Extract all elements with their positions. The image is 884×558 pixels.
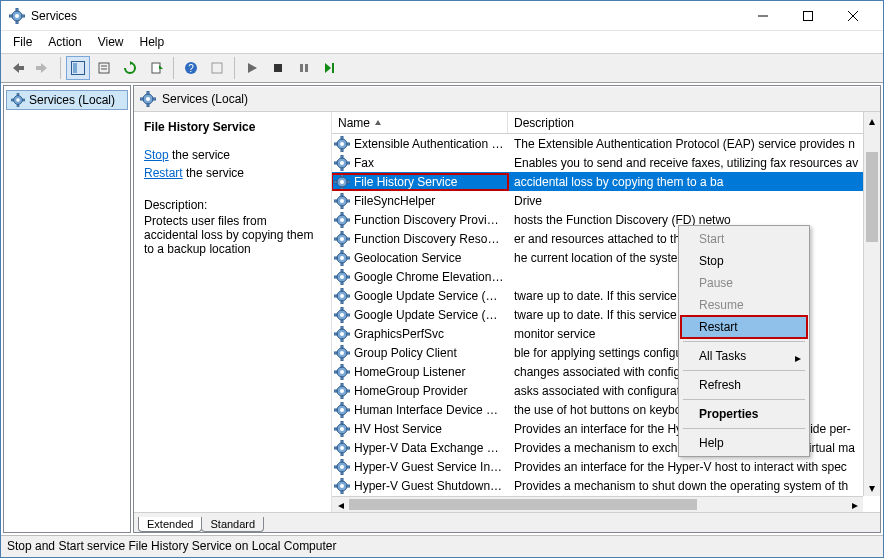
gear-icon bbox=[334, 383, 350, 399]
ctx-resume: Resume bbox=[681, 294, 807, 316]
right-pane-header: Services (Local) bbox=[134, 86, 880, 112]
minimize-button[interactable] bbox=[740, 2, 785, 30]
svg-rect-13 bbox=[73, 63, 77, 73]
gear-icon bbox=[334, 212, 350, 228]
context-menu: Start Stop Pause Resume Restart All Task… bbox=[678, 225, 810, 457]
svg-marker-10 bbox=[13, 63, 24, 73]
pause-button[interactable] bbox=[292, 56, 316, 80]
col-header-description[interactable]: Description bbox=[508, 112, 880, 133]
restart-service-link[interactable]: Restart bbox=[144, 166, 183, 180]
col-header-name[interactable]: Name bbox=[332, 112, 508, 133]
close-button[interactable] bbox=[830, 2, 875, 30]
selected-service-title: File History Service bbox=[144, 120, 321, 134]
service-row[interactable]: File History Serviceaccidental loss by c… bbox=[332, 172, 880, 191]
service-name-cell: Geolocation Service bbox=[332, 250, 508, 266]
service-name-cell: FileSyncHelper bbox=[332, 193, 508, 209]
service-name: Group Policy Client bbox=[354, 346, 508, 360]
ctx-stop[interactable]: Stop bbox=[681, 250, 807, 272]
gear-icon bbox=[334, 345, 350, 361]
service-row[interactable]: Hyper-V Guest Shutdown S…Provides a mech… bbox=[332, 476, 880, 495]
service-row[interactable]: Hyper-V Guest Service Inter…Provides an … bbox=[332, 457, 880, 476]
service-name: Function Discovery Resou… bbox=[354, 232, 508, 246]
ctx-pause: Pause bbox=[681, 272, 807, 294]
back-button[interactable] bbox=[5, 56, 29, 80]
gear-icon bbox=[334, 364, 350, 380]
tab-standard[interactable]: Standard bbox=[201, 517, 264, 532]
tree-root-services-local[interactable]: Services (Local) bbox=[6, 90, 128, 110]
tab-extended[interactable]: Extended bbox=[138, 517, 202, 532]
services-icon bbox=[140, 91, 156, 107]
service-description: Enables you to send and receive faxes, u… bbox=[508, 156, 880, 170]
gear-icon bbox=[334, 459, 350, 475]
service-name-cell: Function Discovery Provid… bbox=[332, 212, 508, 228]
properties-button[interactable] bbox=[92, 56, 116, 80]
scroll-left-icon[interactable]: ◂ bbox=[332, 497, 349, 512]
service-name-cell: Function Discovery Resou… bbox=[332, 231, 508, 247]
show-hide-tree-button[interactable] bbox=[66, 56, 90, 80]
service-name-cell: Hyper-V Data Exchange Ser… bbox=[332, 440, 508, 456]
gear-icon bbox=[334, 250, 350, 266]
gear-icon bbox=[334, 402, 350, 418]
ctx-help[interactable]: Help bbox=[681, 432, 807, 454]
svg-rect-25 bbox=[300, 64, 303, 72]
service-name: Geolocation Service bbox=[354, 251, 508, 265]
service-description: Provides a mechanism to shut down the op… bbox=[508, 479, 880, 493]
service-row[interactable]: Extensible Authentication P…The Extensib… bbox=[332, 134, 880, 153]
gear-icon bbox=[334, 136, 350, 152]
service-name: Google Update Service (g… bbox=[354, 289, 508, 303]
stop-service-link[interactable]: Stop bbox=[144, 148, 169, 162]
service-name-cell: Fax bbox=[332, 155, 508, 171]
ctx-restart[interactable]: Restart bbox=[681, 316, 807, 338]
service-name-cell: Google Update Service (g… bbox=[332, 288, 508, 304]
maximize-button[interactable] bbox=[785, 2, 830, 30]
service-name-cell: GraphicsPerfSvc bbox=[332, 326, 508, 342]
scroll-right-icon[interactable]: ▸ bbox=[846, 497, 863, 512]
menu-help[interactable]: Help bbox=[134, 33, 171, 51]
service-list-panel: Name Description Extensible Authenticati… bbox=[332, 112, 880, 512]
gear-icon bbox=[334, 269, 350, 285]
svg-rect-18 bbox=[152, 63, 160, 73]
menu-action[interactable]: Action bbox=[42, 33, 87, 51]
submenu-arrow-icon: ▸ bbox=[795, 351, 801, 365]
service-row[interactable]: FileSyncHelperDrive bbox=[332, 191, 880, 210]
service-name: File History Service bbox=[354, 175, 508, 189]
help-button[interactable]: ? bbox=[179, 56, 203, 80]
vertical-scrollbar[interactable]: ▴ ▾ bbox=[863, 112, 880, 496]
service-name-cell: HomeGroup Listener bbox=[332, 364, 508, 380]
svg-marker-29 bbox=[375, 120, 381, 125]
service-name: Hyper-V Guest Service Inter… bbox=[354, 460, 508, 474]
stop-button[interactable] bbox=[266, 56, 290, 80]
hscroll-thumb[interactable] bbox=[349, 499, 697, 510]
play-button[interactable] bbox=[240, 56, 264, 80]
statusbar: Stop and Start service File History Serv… bbox=[1, 535, 883, 557]
right-pane-title: Services (Local) bbox=[162, 92, 248, 106]
scroll-thumb[interactable] bbox=[866, 152, 878, 242]
menubar: File Action View Help bbox=[1, 31, 883, 53]
forward-button[interactable] bbox=[31, 56, 55, 80]
ctx-properties[interactable]: Properties bbox=[681, 403, 807, 425]
service-row[interactable]: FaxEnables you to send and receive faxes… bbox=[332, 153, 880, 172]
toolbar-unknown-button[interactable] bbox=[205, 56, 229, 80]
ctx-refresh[interactable]: Refresh bbox=[681, 374, 807, 396]
scroll-up-icon[interactable]: ▴ bbox=[864, 112, 880, 129]
restart-button[interactable] bbox=[318, 56, 342, 80]
scroll-down-icon[interactable]: ▾ bbox=[864, 479, 880, 496]
ctx-all-tasks[interactable]: All Tasks ▸ bbox=[681, 345, 807, 367]
service-name-cell: Group Policy Client bbox=[332, 345, 508, 361]
export-button[interactable] bbox=[144, 56, 168, 80]
restart-suffix: the service bbox=[183, 166, 244, 180]
service-name: Fax bbox=[354, 156, 508, 170]
horizontal-scrollbar[interactable]: ◂ ▸ bbox=[332, 496, 863, 512]
services-icon bbox=[9, 8, 25, 24]
menu-view[interactable]: View bbox=[92, 33, 130, 51]
service-name: Extensible Authentication P… bbox=[354, 137, 508, 151]
service-name: Hyper-V Guest Shutdown S… bbox=[354, 479, 508, 493]
sort-asc-icon bbox=[374, 119, 382, 127]
left-tree-pane: Services (Local) bbox=[3, 85, 131, 533]
description-text: Protects user files from accidental loss… bbox=[144, 214, 321, 256]
refresh-button[interactable] bbox=[118, 56, 142, 80]
ctx-separator bbox=[683, 370, 805, 371]
stop-suffix: the service bbox=[169, 148, 230, 162]
menu-file[interactable]: File bbox=[7, 33, 38, 51]
svg-rect-14 bbox=[99, 63, 109, 73]
